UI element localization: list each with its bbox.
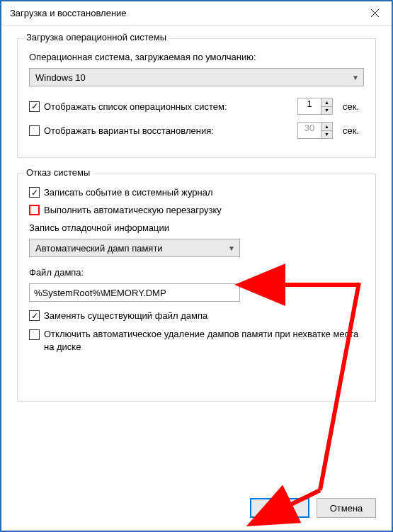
disable-auto-delete-checkbox[interactable] (29, 329, 40, 340)
write-event-checkbox[interactable] (29, 187, 40, 198)
default-os-value: Windows 10 (35, 72, 86, 83)
spinner-down-icon[interactable]: ▼ (321, 131, 332, 139)
recovery-time-value: 30 (297, 122, 321, 139)
recovery-time-spinner[interactable]: 30 ▲ ▼ (297, 122, 333, 139)
chevron-down-icon: ▼ (352, 74, 359, 81)
titlebar: Загрузка и восстановление (1, 1, 392, 26)
ok-button-label: OK (273, 503, 287, 514)
close-icon (371, 9, 379, 17)
write-event-label: Записать событие в системный журнал (44, 187, 212, 198)
dump-file-value: %SystemRoot%\MEMORY.DMP (34, 288, 166, 298)
os-list-time-value[interactable]: 1 (297, 98, 321, 115)
debug-info-select[interactable]: Автоматический дамп памяти ▼ (29, 239, 240, 257)
dump-file-label: Файл дампа: (29, 267, 364, 278)
auto-restart-checkbox[interactable] (29, 205, 40, 215)
debug-info-value: Автоматический дамп памяти (35, 243, 163, 254)
chevron-down-icon: ▼ (228, 244, 235, 252)
os-list-time-spinner[interactable]: 1 ▲ ▼ (297, 98, 333, 115)
show-recovery-checkbox[interactable] (29, 125, 40, 136)
show-os-list-checkbox[interactable] (29, 101, 40, 112)
spinner-buttons: ▲ ▼ (321, 98, 333, 115)
sec-label-1: сек. (343, 101, 364, 112)
disable-auto-delete-label: Отключить автоматическое удаление дампов… (44, 328, 364, 353)
groupbox-failure-legend: Отказ системы (23, 167, 93, 178)
cancel-button-label: Отмена (330, 503, 363, 514)
dump-file-input[interactable]: %SystemRoot%\MEMORY.DMP (29, 283, 240, 302)
overwrite-label: Заменять существующий файл дампа (44, 310, 207, 321)
spinner-up-icon[interactable]: ▲ (321, 123, 332, 131)
default-os-label: Операционная система, загружаемая по умо… (29, 52, 364, 62)
overwrite-row: Заменять существующий файл дампа (29, 310, 364, 321)
show-recovery-label: Отображать варианты восстановления: (44, 125, 214, 136)
groupbox-failure: Отказ системы Записать событие в системн… (17, 174, 376, 402)
button-row: OK Отмена (250, 498, 376, 518)
disable-auto-delete-row: Отключить автоматическое удаление дампов… (29, 328, 364, 353)
auto-restart-row: Выполнить автоматическую перезагрузку (29, 205, 364, 215)
cancel-button[interactable]: Отмена (317, 498, 376, 518)
overwrite-checkbox[interactable] (29, 310, 40, 321)
groupbox-boot-legend: Загрузка операционной системы (23, 32, 169, 43)
content-area: Загрузка операционной системы Операционн… (1, 26, 392, 402)
groupbox-boot: Загрузка операционной системы Операционн… (17, 38, 376, 158)
sec-label-2: сек. (343, 125, 364, 136)
window-title: Загрузка и восстановление (10, 8, 127, 18)
spinner-up-icon[interactable]: ▲ (321, 98, 332, 107)
write-event-row: Записать событие в системный журнал (29, 187, 364, 198)
show-os-list-label: Отображать список операционных систем: (44, 101, 227, 112)
close-button[interactable] (358, 1, 392, 26)
auto-restart-label: Выполнить автоматическую перезагрузку (44, 205, 222, 215)
window-frame: Загрузка и восстановление Загрузка опера… (0, 0, 393, 532)
show-recovery-row: Отображать варианты восстановления: 30 ▲… (29, 122, 364, 139)
default-os-select[interactable]: Windows 10 ▼ (29, 68, 364, 86)
ok-button[interactable]: OK (250, 498, 309, 518)
debug-info-label: Запись отладочной информации (29, 222, 364, 233)
spinner-buttons-2: ▲ ▼ (321, 122, 333, 139)
show-os-list-row: Отображать список операционных систем: 1… (29, 98, 364, 115)
spinner-down-icon[interactable]: ▼ (321, 107, 332, 115)
